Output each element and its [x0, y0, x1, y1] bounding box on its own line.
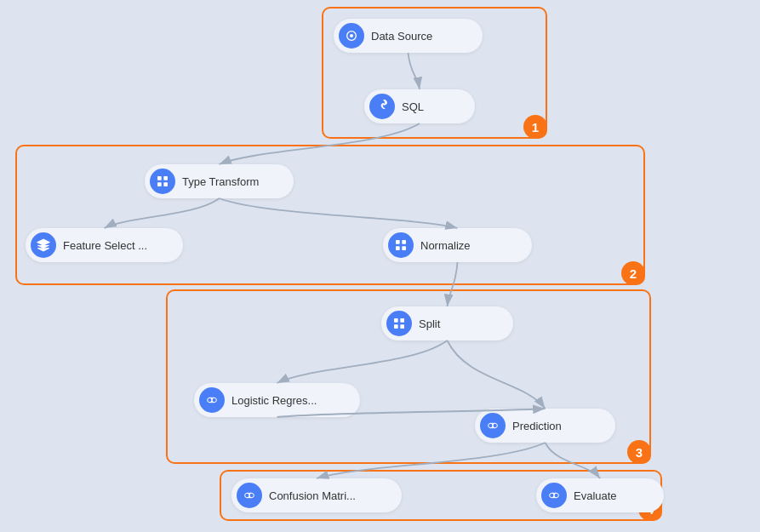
node-sql[interactable]: SQL — [364, 89, 475, 123]
node-label-prediction: Prediction — [512, 420, 562, 432]
node-label-confusion: Confusion Matri... — [269, 489, 356, 502]
node-split[interactable]: Split — [381, 306, 513, 340]
node-icon-normalize — [388, 232, 414, 258]
svg-rect-13 — [400, 324, 404, 329]
node-icon-sql — [369, 94, 395, 119]
svg-rect-9 — [402, 246, 406, 250]
svg-point-19 — [493, 423, 497, 427]
node-type-transform[interactable]: Type Transform — [145, 164, 294, 198]
node-normalize[interactable]: Normalize — [383, 228, 532, 262]
svg-rect-10 — [394, 318, 398, 323]
node-icon-feature-select — [31, 232, 56, 258]
svg-rect-8 — [396, 246, 400, 250]
node-icon-confusion — [237, 483, 262, 508]
node-label-feature-select: Feature Select ... — [63, 239, 147, 252]
svg-point-1 — [350, 34, 353, 37]
svg-point-22 — [245, 493, 249, 497]
canvas: 1234Data SourceSQLType TransformFeature … — [0, 0, 760, 532]
svg-rect-5 — [163, 182, 168, 186]
node-label-sql: SQL — [402, 100, 424, 113]
node-label-logistic: Logistic Regres... — [231, 394, 317, 407]
svg-rect-4 — [157, 182, 162, 186]
svg-point-26 — [550, 493, 554, 497]
node-label-type-transform: Type Transform — [182, 175, 259, 188]
group-badge-g2: 2 — [621, 261, 645, 285]
svg-rect-12 — [394, 324, 398, 329]
svg-rect-3 — [163, 176, 168, 180]
node-label-split: Split — [419, 317, 440, 330]
svg-rect-2 — [157, 176, 162, 180]
svg-point-15 — [212, 398, 216, 402]
svg-point-23 — [249, 493, 254, 497]
node-icon-split — [386, 311, 412, 336]
node-label-evaluate: Evaluate — [574, 489, 617, 502]
svg-rect-11 — [400, 318, 404, 323]
node-icon-evaluate — [541, 483, 567, 508]
svg-point-14 — [208, 398, 212, 402]
node-icon-logistic — [199, 387, 225, 413]
group-badge-g1: 1 — [523, 115, 547, 139]
node-icon-data-source — [339, 23, 364, 49]
node-prediction[interactable]: Prediction — [475, 409, 615, 443]
node-evaluate[interactable]: Evaluate — [536, 478, 664, 512]
node-label-normalize: Normalize — [420, 239, 471, 252]
node-label-data-source: Data Source — [371, 30, 432, 43]
node-data-source[interactable]: Data Source — [334, 19, 483, 53]
svg-point-18 — [489, 423, 493, 427]
svg-rect-7 — [402, 240, 406, 244]
svg-point-27 — [554, 493, 558, 497]
node-icon-type-transform — [150, 169, 175, 194]
node-feature-select[interactable]: Feature Select ... — [26, 228, 183, 262]
group-g2: 2 — [15, 145, 645, 285]
svg-rect-6 — [396, 240, 400, 244]
node-logistic[interactable]: Logistic Regres... — [194, 383, 360, 417]
node-confusion[interactable]: Confusion Matri... — [231, 478, 402, 512]
group-badge-g3: 3 — [627, 440, 651, 464]
node-icon-prediction — [480, 413, 506, 438]
